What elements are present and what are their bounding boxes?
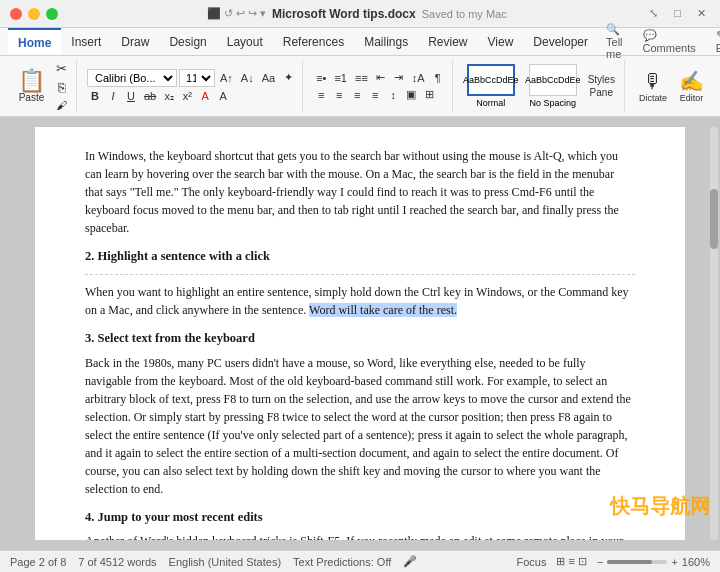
highlighted-text: Word will take care of the rest. xyxy=(309,303,457,317)
window-control-3[interactable]: ✕ xyxy=(693,5,710,22)
bullets-button[interactable]: ≡• xyxy=(313,71,329,85)
editor-icon: ✍ xyxy=(679,69,704,93)
decrease-indent-button[interactable]: ⇤ xyxy=(373,70,389,85)
doc-heading-2: 2. Highlight a sentence with a click xyxy=(85,247,635,266)
title-bar-icons-left: ⬛ ↺ ↩ ↪ ▾ xyxy=(207,7,266,20)
zoom-slider-fill xyxy=(607,560,652,564)
paste-icon: 📋 xyxy=(18,70,45,92)
status-bar: Page 2 of 8 7 of 4512 words English (Uni… xyxy=(0,550,720,572)
font-shrink-button[interactable]: A↓ xyxy=(238,71,257,85)
zoom-plus[interactable]: + xyxy=(671,556,677,568)
style-no-spacing[interactable]: AaBbCcDdEe No Spacing xyxy=(525,62,581,110)
copy-button[interactable]: ⎘ xyxy=(53,79,70,96)
font-stack: Calibri (Bo... 11 A↑ A↓ Aa ✦ B I U ab x₂ xyxy=(87,69,296,104)
editing-button[interactable]: ✎ Editing xyxy=(708,21,720,62)
format-painter-button[interactable]: 🖌 xyxy=(53,98,70,112)
tab-review[interactable]: Review xyxy=(418,28,477,55)
title-bar-center: ⬛ ↺ ↩ ↪ ▾ Microsoft Word tips.docx Saved… xyxy=(68,7,645,21)
zoom-level: 160% xyxy=(682,556,710,568)
ribbon: Home Insert Draw Design Layout Reference… xyxy=(0,28,720,117)
doc-para-2: When you want to highlight an entire sen… xyxy=(85,283,635,319)
view-mode-icons: ⊞ ≡ ⊡ xyxy=(556,555,587,568)
underline-button[interactable]: U xyxy=(123,89,139,103)
tell-me-button[interactable]: 🔍 Tell me xyxy=(598,21,631,62)
font-row-1: Calibri (Bo... 11 A↑ A↓ Aa ✦ xyxy=(87,69,296,87)
window-control-1[interactable]: ⤡ xyxy=(645,5,662,22)
zoom-bar: − + 160% xyxy=(597,556,710,568)
dictation-icon: 🎤 xyxy=(403,555,417,568)
paragraph-group: ≡• ≡1 ≡≡ ⇤ ⇥ ↕A ¶ ≡ ≡ ≡ ≡ ↕ ▣ ⊞ xyxy=(307,60,453,112)
borders-button[interactable]: ⊞ xyxy=(421,87,437,102)
saved-status: Saved to my Mac xyxy=(422,8,507,20)
microphone-icon: 🎙 xyxy=(643,69,663,93)
tab-right-actions: 🔍 Tell me 💬 Comments ✎ Editing Share xyxy=(598,21,720,62)
document-page[interactable]: In Windows, the keyboard shortcut that g… xyxy=(35,127,685,540)
font-grow-button[interactable]: A↑ xyxy=(217,71,236,85)
show-formatting-button[interactable]: ¶ xyxy=(430,71,446,85)
close-button[interactable] xyxy=(10,8,22,20)
page-info: Page 2 of 8 xyxy=(10,556,66,568)
tab-home[interactable]: Home xyxy=(8,28,61,55)
style-buttons: AaBbCcDdEe Normal AaBbCcDdEe No Spacing xyxy=(463,62,581,110)
italic-button[interactable]: I xyxy=(105,89,121,103)
clear-format-button[interactable]: ✦ xyxy=(280,70,296,85)
style-normal[interactable]: AaBbCcDdEe Normal xyxy=(463,62,519,110)
minimize-button[interactable] xyxy=(28,8,40,20)
editor-button[interactable]: ✍ Editor xyxy=(675,67,708,105)
justify-button[interactable]: ≡ xyxy=(367,88,383,102)
style-normal-label: Normal xyxy=(476,98,505,108)
status-right: Focus ⊞ ≡ ⊡ − + 160% xyxy=(516,555,710,568)
bold-button[interactable]: B xyxy=(87,89,103,103)
section-divider xyxy=(85,274,635,275)
highlight-button[interactable]: A xyxy=(215,89,231,103)
ribbon-controls: 📋 Paste ✂ ⎘ 🖌 Calibri (Bo... 11 A↑ xyxy=(0,56,720,116)
watermark: 快马导航网 xyxy=(610,493,710,520)
tab-draw[interactable]: Draw xyxy=(111,28,159,55)
tab-view[interactable]: View xyxy=(478,28,524,55)
shading-button[interactable]: ▣ xyxy=(403,87,419,102)
numbering-button[interactable]: ≡1 xyxy=(331,71,350,85)
align-left-button[interactable]: ≡ xyxy=(313,88,329,102)
styles-pane-button[interactable]: StylesPane xyxy=(585,72,618,100)
paste-label: Paste xyxy=(19,92,45,103)
font-color-button[interactable]: A xyxy=(197,89,213,103)
align-right-button[interactable]: ≡ xyxy=(349,88,365,102)
scrollbar-thumb[interactable] xyxy=(710,189,718,249)
language: English (United States) xyxy=(169,556,282,568)
font-family-select[interactable]: Calibri (Bo... xyxy=(87,69,177,87)
align-center-button[interactable]: ≡ xyxy=(331,88,347,102)
dictate-button[interactable]: 🎙 Dictate xyxy=(635,67,671,105)
zoom-minus[interactable]: − xyxy=(597,556,603,568)
scrollbar[interactable] xyxy=(710,127,718,540)
tab-references[interactable]: References xyxy=(273,28,354,55)
strikethrough-button[interactable]: ab xyxy=(141,89,159,103)
tab-row: Home Insert Draw Design Layout Reference… xyxy=(0,28,720,56)
text-predictions: Text Predictions: Off xyxy=(293,556,391,568)
tab-developer[interactable]: Developer xyxy=(523,28,598,55)
focus-button[interactable]: Focus xyxy=(516,556,546,568)
cut-button[interactable]: ✂ xyxy=(53,60,70,77)
window-control-2[interactable]: □ xyxy=(670,5,685,22)
tab-design[interactable]: Design xyxy=(159,28,216,55)
comments-button[interactable]: 💬 Comments xyxy=(635,21,704,62)
dictate-label: Dictate xyxy=(639,93,667,103)
sort-button[interactable]: ↕A xyxy=(409,71,428,85)
paste-button[interactable]: 📋 Paste xyxy=(14,68,49,105)
subscript-button[interactable]: x₂ xyxy=(161,89,177,104)
tab-mailings[interactable]: Mailings xyxy=(354,28,418,55)
increase-indent-button[interactable]: ⇥ xyxy=(391,70,407,85)
doc-para-3: Back in the 1980s, many PC users didn't … xyxy=(85,354,635,498)
maximize-button[interactable] xyxy=(46,8,58,20)
zoom-slider[interactable] xyxy=(607,560,667,564)
superscript-button[interactable]: x² xyxy=(179,89,195,103)
tab-layout[interactable]: Layout xyxy=(217,28,273,55)
editor-label: Editor xyxy=(680,93,704,103)
word-count: 7 of 4512 words xyxy=(78,556,156,568)
tab-insert[interactable]: Insert xyxy=(61,28,111,55)
change-case-button[interactable]: Aa xyxy=(259,71,278,85)
font-size-select[interactable]: 11 xyxy=(179,69,215,87)
style-normal-preview: AaBbCcDdEe xyxy=(467,64,515,96)
line-spacing-button[interactable]: ↕ xyxy=(385,88,401,102)
multilevel-button[interactable]: ≡≡ xyxy=(352,71,371,85)
style-no-spacing-preview: AaBbCcDdEe xyxy=(529,64,577,96)
